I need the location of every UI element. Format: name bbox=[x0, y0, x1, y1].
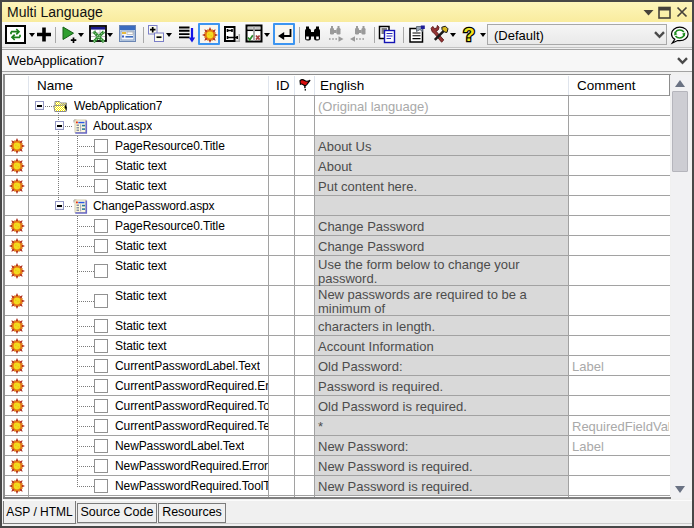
svg-text:?: ? bbox=[463, 24, 475, 44]
